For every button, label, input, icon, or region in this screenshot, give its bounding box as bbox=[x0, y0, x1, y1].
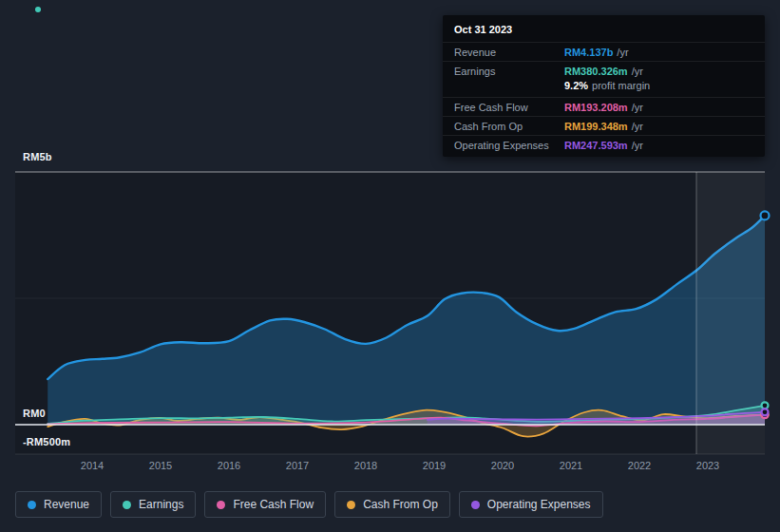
tooltip-row-value: RM380.326m/yr bbox=[564, 66, 643, 77]
tooltip-row: Operating ExpensesRM247.593m/yr bbox=[443, 136, 765, 154]
tooltip-value-number: RM4.137b bbox=[564, 47, 613, 58]
legend-item-operating-expenses[interactable]: Operating Expenses bbox=[459, 491, 603, 518]
revenue-dot-icon bbox=[28, 501, 36, 509]
x-tick-2022: 2022 bbox=[628, 460, 651, 471]
legend-label: Free Cash Flow bbox=[233, 498, 314, 511]
tooltip-row-earnings: EarningsRM380.326m/yr9.2%profit margin bbox=[443, 61, 765, 97]
legend-item-cash-from-op[interactable]: Cash From Op bbox=[334, 491, 450, 518]
revenue-endpoint-dot bbox=[761, 211, 770, 219]
x-tick-2023: 2023 bbox=[696, 460, 719, 471]
financials-chart-page: RM5b RM0 -RM500m 20142015201620172018201… bbox=[0, 0, 780, 532]
tooltip-row: Cash From OpRM199.348m/yr bbox=[443, 117, 765, 135]
x-tick-2016: 2016 bbox=[218, 460, 240, 471]
tooltip-rows: RevenueRM4.137b/yrEarningsRM380.326m/yr9… bbox=[443, 42, 765, 154]
tooltip-value-number: RM199.348m bbox=[564, 121, 628, 132]
x-tick-2020: 2020 bbox=[491, 460, 514, 471]
tooltip-row-label: Revenue bbox=[454, 47, 564, 58]
legend-label: Operating Expenses bbox=[487, 498, 591, 511]
tooltip-row-value: RM193.208m/yr bbox=[564, 102, 643, 113]
legend-item-revenue[interactable]: Revenue bbox=[15, 491, 102, 518]
tooltip-row-value: RM4.137b/yr bbox=[564, 47, 629, 58]
tooltip-row: RevenueRM4.137b/yr bbox=[443, 43, 765, 61]
tooltip-row-label: Cash From Op bbox=[454, 121, 564, 132]
tooltip-value-number: RM247.593m bbox=[564, 140, 628, 151]
tooltip-row-label: Operating Expenses bbox=[454, 140, 564, 151]
x-tick-2021: 2021 bbox=[560, 460, 582, 471]
tooltip-row-free-cash-flow: Free Cash FlowRM193.208m/yr bbox=[443, 97, 765, 116]
tooltip-value-suffix: /yr bbox=[632, 121, 643, 132]
earnings-dot-icon bbox=[123, 501, 131, 509]
tooltip-row-cash-from-op: Cash From OpRM199.348m/yr bbox=[443, 116, 765, 135]
tooltip-row-value: RM199.348m/yr bbox=[564, 121, 643, 132]
operating-expenses-endpoint-dot bbox=[762, 408, 769, 415]
tooltip-row-revenue: RevenueRM4.137b/yr bbox=[443, 42, 765, 61]
profit-margin-line: 9.2%profit margin bbox=[443, 80, 765, 97]
tooltip-value-number: RM193.208m bbox=[564, 102, 628, 113]
tooltip-row-label: Earnings bbox=[454, 66, 564, 77]
x-tick-2017: 2017 bbox=[286, 460, 309, 471]
tooltip-value-number: RM380.326m bbox=[564, 66, 628, 77]
x-tick-2015: 2015 bbox=[149, 460, 172, 471]
profit-margin-label: profit margin bbox=[592, 80, 650, 91]
legend-label: Revenue bbox=[44, 498, 89, 511]
legend-item-free-cash-flow[interactable]: Free Cash Flow bbox=[204, 491, 326, 518]
tooltip-value-suffix: /yr bbox=[632, 66, 643, 77]
tooltip-value-suffix: /yr bbox=[632, 102, 643, 113]
legend-label: Earnings bbox=[139, 498, 183, 511]
tooltip-value-suffix: /yr bbox=[632, 140, 643, 151]
y-axis-label-min: -RM500m bbox=[23, 436, 70, 447]
chart-tooltip: Oct 31 2023 RevenueRM4.137b/yrEarningsRM… bbox=[443, 15, 765, 157]
y-axis-label-max: RM5b bbox=[23, 151, 52, 162]
legend-item-earnings[interactable]: Earnings bbox=[110, 491, 196, 518]
operating-expenses-dot-icon bbox=[471, 501, 480, 509]
tooltip-row-operating-expenses: Operating ExpensesRM247.593m/yr bbox=[443, 135, 765, 154]
tooltip-row-value: RM247.593m/yr bbox=[564, 140, 643, 151]
tooltip-value-suffix: /yr bbox=[617, 47, 628, 58]
profit-margin-value: 9.2% bbox=[564, 80, 588, 91]
legend-label: Cash From Op bbox=[363, 498, 438, 511]
tooltip-row-label: Free Cash Flow bbox=[454, 102, 564, 113]
chart-legend: RevenueEarningsFree Cash FlowCash From O… bbox=[15, 491, 603, 518]
y-axis-label-zero: RM0 bbox=[23, 408, 46, 419]
latest-period-highlight bbox=[696, 172, 765, 454]
x-tick-2018: 2018 bbox=[354, 460, 377, 471]
free-cash-flow-dot-icon bbox=[217, 501, 225, 509]
decorative-dot bbox=[35, 7, 41, 12]
cash-from-op-dot-icon bbox=[347, 501, 355, 509]
tooltip-row: EarningsRM380.326m/yr bbox=[443, 62, 765, 80]
tooltip-row: Free Cash FlowRM193.208m/yr bbox=[443, 98, 765, 116]
x-tick-2019: 2019 bbox=[423, 460, 446, 471]
tooltip-date: Oct 31 2023 bbox=[443, 15, 765, 42]
x-tick-2014: 2014 bbox=[81, 460, 104, 471]
